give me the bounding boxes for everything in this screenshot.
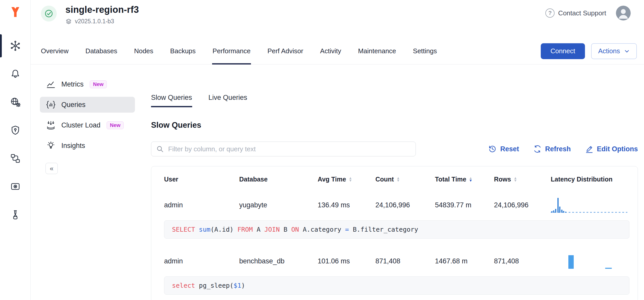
cell-latency xyxy=(551,253,629,269)
header-right: ? Contact Support xyxy=(545,6,631,20)
cluster-status-badge xyxy=(41,6,57,22)
cell-count: 24,106,996 xyxy=(375,201,435,209)
performance-subnav: Metrics New Queries Cluster Load New xyxy=(31,76,140,300)
rail-item-alerts[interactable] xyxy=(0,60,30,88)
table-row[interactable]: admin yugabyte 136.49 ms 24,106,996 5483… xyxy=(151,190,638,239)
user-avatar[interactable] xyxy=(616,6,631,20)
primary-tabbar: Overview Databases Nodes Backups Perform… xyxy=(31,38,644,65)
new-badge: New xyxy=(90,80,107,88)
reset-button[interactable]: Reset xyxy=(488,145,519,153)
sort-icons: ▲▼ xyxy=(469,177,473,182)
content: Metrics New Queries Cluster Load New xyxy=(31,65,644,300)
tab-actions: Connect Actions xyxy=(541,43,637,59)
version-label: v2025.1.0.1-b3 xyxy=(75,18,114,25)
tab-maintenance[interactable]: Maintenance xyxy=(358,38,396,64)
sidebar-item-cluster-load[interactable]: Cluster Load New xyxy=(40,117,135,133)
query-text: select pg_sleep($1) xyxy=(164,276,629,295)
cell-latency xyxy=(551,197,629,213)
cell-user: admin xyxy=(164,201,239,209)
metrics-icon xyxy=(45,79,56,89)
cluster-network-icon xyxy=(10,40,21,51)
tab-slow-queries[interactable]: Slow Queries xyxy=(151,94,192,107)
edit-pencil-icon xyxy=(585,145,593,153)
help-icon: ? xyxy=(545,8,555,18)
version-row: v2025.1.0.1-b3 xyxy=(65,18,139,25)
sidebar-item-metrics[interactable]: Metrics New xyxy=(40,76,135,92)
collapse-icon: « xyxy=(50,165,53,173)
sidebar-item-label: Metrics xyxy=(61,80,84,88)
rail-item-security[interactable] xyxy=(0,116,30,144)
rail-item-labs[interactable] xyxy=(0,201,30,229)
refresh-button[interactable]: Refresh xyxy=(533,145,571,153)
rail-item-monitoring[interactable] xyxy=(0,173,30,201)
col-count[interactable]: Count ▲▼ xyxy=(375,176,435,183)
query-text: SELECT sum(A.id) FROM A JOIN B ON A.cate… xyxy=(164,220,629,239)
sidebar-item-queries[interactable]: Queries xyxy=(40,97,135,113)
latency-sparkline xyxy=(551,198,627,213)
reset-icon xyxy=(488,145,497,153)
tab-backups[interactable]: Backups xyxy=(170,38,196,64)
section-heading: Slow Queries xyxy=(151,121,638,130)
tab-performance[interactable]: Performance xyxy=(213,38,251,64)
rail-item-integrations[interactable] xyxy=(0,144,30,173)
chevron-down-icon xyxy=(624,48,630,54)
sort-icons: ▲▼ xyxy=(396,177,400,182)
tab-nodes[interactable]: Nodes xyxy=(134,38,153,64)
search-input[interactable] xyxy=(151,142,416,156)
actions-button[interactable]: Actions xyxy=(591,43,637,59)
cell-database: benchbase_db xyxy=(239,257,318,265)
table-header-row: User Database Avg Time ▲▼ Count ▲▼ Total… xyxy=(151,166,638,190)
insights-icon xyxy=(45,141,56,151)
col-avg-time[interactable]: Avg Time ▲▼ xyxy=(318,176,375,183)
col-user: User xyxy=(164,176,239,183)
yugabyte-logo[interactable] xyxy=(9,6,21,19)
col-rows[interactable]: Rows ▲▼ xyxy=(494,176,551,183)
reset-label: Reset xyxy=(500,145,519,153)
yugabyte-logo-icon xyxy=(9,6,21,18)
rail-item-clusters[interactable] xyxy=(0,32,30,60)
cell-user: admin xyxy=(164,257,239,265)
queries-icon xyxy=(45,100,56,110)
table-row[interactable]: admin benchbase_db 101.06 ms 871,408 146… xyxy=(151,246,638,295)
cell-database: yugabyte xyxy=(239,201,318,209)
col-total-time[interactable]: Total Time ▲▼ xyxy=(435,176,494,183)
shield-icon xyxy=(10,125,21,136)
app-window: single-region-rf3 v2025.1.0.1-b3 ? Conta… xyxy=(0,0,644,300)
cell-rows: 871,408 xyxy=(494,257,551,265)
tab-live-queries[interactable]: Live Queries xyxy=(209,94,247,107)
tab-activity[interactable]: Activity xyxy=(320,38,341,64)
contact-support-link[interactable]: ? Contact Support xyxy=(545,8,606,18)
icon-rail xyxy=(0,0,31,300)
tab-overview[interactable]: Overview xyxy=(41,38,68,64)
flask-icon xyxy=(10,209,21,220)
refresh-icon xyxy=(533,145,542,153)
tab-settings[interactable]: Settings xyxy=(413,38,437,64)
queries-main: Slow Queries Live Queries Slow Queries R… xyxy=(140,76,644,300)
sort-icons: ▲▼ xyxy=(514,177,517,182)
cell-avg-time: 101.06 ms xyxy=(318,257,375,265)
tab-databases[interactable]: Databases xyxy=(85,38,117,64)
edit-options-label: Edit Options xyxy=(597,145,638,153)
queries-tabbar: Slow Queries Live Queries xyxy=(151,94,638,107)
rail-item-regions[interactable] xyxy=(0,88,30,116)
sidebar-item-label: Cluster Load xyxy=(61,121,100,129)
collapse-sidebar-button[interactable]: « xyxy=(45,163,58,174)
sidebar-item-label: Insights xyxy=(61,142,85,150)
latency-sparkline xyxy=(551,254,627,269)
monitor-eye-icon xyxy=(10,181,21,192)
edit-options-button[interactable]: Edit Options xyxy=(585,145,638,153)
slow-queries-table: User Database Avg Time ▲▼ Count ▲▼ Total… xyxy=(151,166,638,300)
sidebar-item-insights[interactable]: Insights xyxy=(40,138,135,154)
sidebar-item-label: Queries xyxy=(61,101,86,109)
filter-row: Reset Refresh Edit Options xyxy=(151,142,638,156)
refresh-label: Refresh xyxy=(545,145,571,153)
tab-perf-advisor[interactable]: Perf Advisor xyxy=(267,38,303,64)
connect-button[interactable]: Connect xyxy=(541,43,585,59)
actions-button-label: Actions xyxy=(598,47,620,55)
title-block: single-region-rf3 v2025.1.0.1-b3 xyxy=(65,4,139,25)
cell-avg-time: 136.49 ms xyxy=(318,201,375,209)
layers-icon xyxy=(65,18,72,25)
contact-support-label: Contact Support xyxy=(558,9,606,17)
table-toolbar: Reset Refresh Edit Options xyxy=(488,145,638,153)
check-circle-icon xyxy=(44,9,53,18)
